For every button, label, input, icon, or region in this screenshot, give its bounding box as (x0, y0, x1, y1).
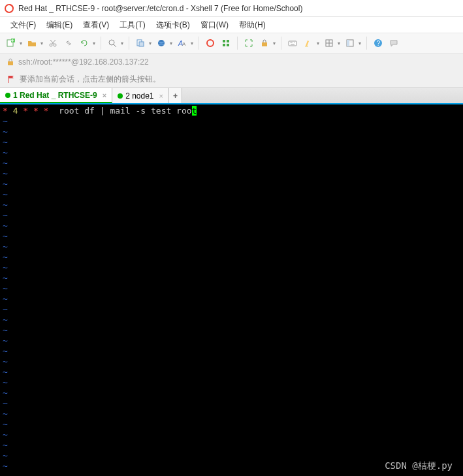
search-dd[interactable]: ▾ (120, 40, 125, 46)
svg-text:?: ? (377, 40, 381, 47)
svg-point-11 (207, 40, 214, 46)
tilde-line: ~ (3, 242, 460, 252)
tilde-line: ~ (3, 179, 460, 189)
new-session-button[interactable] (4, 36, 18, 50)
close-icon[interactable]: × (159, 92, 163, 100)
font-icon[interactable]: AA (175, 36, 189, 50)
panel-dd[interactable]: ▾ (357, 40, 362, 46)
status-dot-icon (5, 93, 10, 98)
svg-text:A: A (182, 41, 186, 47)
titlebar: Red Hat _ RTHCSE-9 - root@server:/etc/cr… (0, 0, 463, 17)
hl-dd[interactable]: ▾ (315, 40, 321, 46)
tilde-line: ~ (3, 367, 460, 377)
hint-text: 要添加当前会话，点击左侧的箭头按钮。 (20, 74, 161, 85)
menu-view[interactable]: 查看(V) (78, 18, 114, 32)
menu-edit[interactable]: 编辑(E) (41, 18, 78, 32)
tilde-line: ~ (3, 200, 460, 210)
tilde-line: ~ (3, 357, 460, 367)
xshell-icon[interactable] (203, 36, 217, 50)
tilde-line: ~ (3, 346, 460, 357)
tilde-line: ~ (3, 388, 460, 398)
open-button[interactable] (25, 36, 39, 50)
svg-rect-15 (227, 44, 229, 46)
tilde-line: ~ (3, 430, 460, 440)
copy-icon[interactable] (133, 36, 148, 50)
tilde-line: ~ (3, 409, 460, 419)
sep6 (366, 37, 367, 50)
tilde-line: ~ (3, 451, 460, 461)
menu-tabs[interactable]: 选项卡(B) (151, 18, 195, 32)
cursor: t (192, 106, 197, 116)
tilde-line: ~ (3, 283, 460, 294)
flag-icon (7, 74, 16, 84)
tab-add-button[interactable]: + (169, 88, 182, 103)
svg-rect-20 (347, 40, 349, 46)
tilde-line: ~ (3, 315, 460, 325)
tilde-line: ~ (3, 304, 460, 315)
close-icon[interactable]: × (103, 91, 106, 99)
svg-rect-7 (139, 42, 144, 46)
status-dot-icon (118, 93, 123, 99)
font-dd[interactable]: ▾ (189, 40, 195, 46)
copy-dd[interactable]: ▾ (148, 40, 153, 46)
tilde-line: ~ (3, 398, 460, 409)
lock-icon[interactable] (257, 36, 272, 50)
svg-rect-23 (8, 61, 13, 65)
tilde-line: ~ (3, 137, 460, 148)
svg-rect-16 (262, 42, 267, 46)
menubar: 文件(F) 编辑(E) 查看(V) 工具(T) 选项卡(B) 窗口(W) 帮助(… (0, 17, 463, 33)
layout-dd[interactable]: ▾ (336, 40, 342, 46)
terminal[interactable]: * 4 * * * root df | mail -s test root ~~… (0, 103, 463, 476)
globe-dd[interactable]: ▾ (168, 40, 174, 46)
link-icon[interactable] (61, 36, 76, 50)
lock-dd[interactable]: ▾ (272, 40, 277, 46)
help-icon[interactable]: ? (371, 36, 385, 50)
menu-tools[interactable]: 工具(T) (114, 18, 150, 32)
svg-rect-12 (223, 40, 225, 42)
tilde-line: ~ (3, 273, 460, 283)
fullscreen-icon[interactable] (242, 36, 256, 50)
chat-icon[interactable] (387, 36, 401, 50)
app-icon (4, 3, 14, 14)
svg-point-8 (158, 40, 165, 46)
tilde-line: ~ (3, 158, 460, 168)
keyboard-icon[interactable] (285, 36, 300, 50)
open-dd[interactable]: ▾ (39, 40, 44, 46)
tab-redhat[interactable]: 1 Red Hat _ RTHCSE-9 × (0, 88, 112, 103)
tilde-line: ~ (3, 377, 460, 388)
sep2 (129, 37, 129, 50)
highlight-icon[interactable] (301, 36, 315, 50)
tilde-line: ~ (3, 252, 460, 262)
tilde-line: ~ (3, 419, 460, 430)
svg-rect-14 (223, 44, 225, 46)
tab-label: 2 node1 (125, 91, 153, 101)
panel-icon[interactable] (343, 36, 357, 50)
new-dd[interactable]: ▾ (18, 40, 24, 46)
tilde-line: ~ (3, 210, 460, 221)
menu-help[interactable]: 帮助(H) (234, 18, 271, 32)
terminal-line: * 4 * * * root df | mail -s test root (3, 106, 460, 116)
svg-rect-17 (289, 41, 296, 46)
scissors-icon[interactable] (46, 36, 60, 50)
address-text[interactable]: ssh://root:******@192.168.203.137:22 (18, 57, 149, 67)
tab-label: 1 Red Hat _ RTHCSE-9 (13, 91, 97, 100)
tilde-line: ~ (3, 127, 460, 137)
window-title: Red Hat _ RTHCSE-9 - root@server:/etc/cr… (18, 4, 302, 13)
refresh-icon[interactable] (77, 36, 91, 50)
svg-rect-13 (227, 40, 229, 42)
tab-node1[interactable]: 2 node1 × (112, 88, 169, 103)
layout-icon[interactable] (322, 36, 336, 50)
search-icon[interactable] (105, 36, 120, 50)
tilde-line: ~ (3, 336, 460, 346)
addressbar: ssh://root:******@192.168.203.137:22 (0, 54, 463, 71)
globe-icon[interactable] (154, 36, 168, 50)
tilde-line: ~ (3, 294, 460, 304)
grid-icon[interactable] (219, 36, 233, 50)
tilde-line: ~ (3, 262, 460, 273)
menu-window[interactable]: 窗口(W) (195, 18, 234, 32)
refresh-dd[interactable]: ▾ (91, 40, 97, 46)
toolbar: ▾ ▾ ▾ ▾ ▾ ▾ AA ▾ ▾ ▾ ▾ ▾ ? (0, 33, 463, 54)
menu-file[interactable]: 文件(F) (5, 18, 41, 32)
sep5 (281, 37, 281, 50)
tilde-line: ~ (3, 148, 460, 158)
